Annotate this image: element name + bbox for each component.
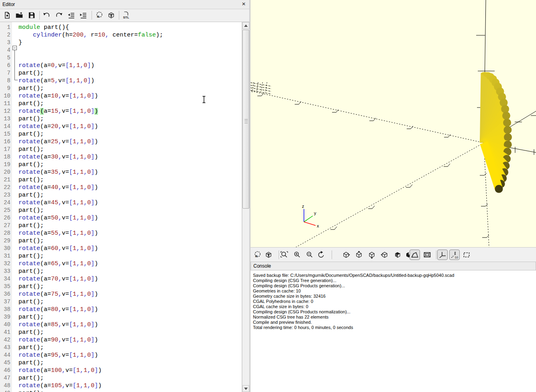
code-line: 9part(); xyxy=(0,85,242,92)
line-number: 49 xyxy=(0,390,12,392)
line-number: 10 xyxy=(0,92,12,100)
new-file-button[interactable] xyxy=(2,10,12,20)
view-bottom-button[interactable] xyxy=(367,250,377,260)
cylinder-cap xyxy=(504,133,512,141)
line-number: 18 xyxy=(0,153,12,161)
scroll-down-button[interactable] xyxy=(243,385,249,392)
zoom-all-button[interactable] xyxy=(279,250,289,260)
zoom-out-button[interactable] xyxy=(304,250,315,260)
line-number: 29 xyxy=(0,237,12,245)
line-number: 34 xyxy=(0,275,12,283)
toolbar-separator xyxy=(279,250,279,259)
code-line: 26rotate(a=50,v=[1,1,0]) xyxy=(0,214,242,222)
code-line: 14rotate(a=20,v=[1,1,0]) xyxy=(0,123,242,130)
code-line: 30rotate(a=60,v=[1,1,0]) xyxy=(0,245,242,252)
preview-button[interactable]: » xyxy=(252,250,263,260)
console-title: Console xyxy=(251,263,271,269)
console-log[interactable]: Saved backup file: C:/Users/mgurnik/Docu… xyxy=(251,270,536,392)
cylinder-cap xyxy=(503,119,511,127)
view-top-icon xyxy=(355,251,363,259)
line-number: 32 xyxy=(0,260,12,268)
perspective-button[interactable] xyxy=(410,250,420,260)
show-edges-button[interactable] xyxy=(461,250,472,260)
line-number: 23 xyxy=(0,191,12,199)
preview-button[interactable]: » xyxy=(94,10,104,20)
line-number: 5 xyxy=(0,54,12,62)
code-line: 6rotate(a=0,v=[1,1,0]) xyxy=(0,62,242,69)
line-number: 6 xyxy=(0,62,12,69)
text-ibeam-cursor xyxy=(202,96,206,103)
show-axes-button[interactable] xyxy=(437,250,448,260)
code-line: 5 xyxy=(0,54,242,62)
console-line: Normalized CSG tree has 22 elements xyxy=(253,315,536,320)
code-line: 4 xyxy=(0,47,242,54)
open-file-button[interactable] xyxy=(14,10,24,20)
line-number: 43 xyxy=(0,344,12,351)
redo-button[interactable] xyxy=(54,10,64,20)
line-number: 46 xyxy=(0,367,12,374)
code-editor[interactable]: 1module part(){2 cylinder(h=200, r=10, c… xyxy=(0,22,242,392)
close-icon[interactable]: ✕ xyxy=(240,1,247,7)
view-front-icon xyxy=(393,251,401,259)
indent-button[interactable] xyxy=(78,10,89,20)
show-scale-markers-button[interactable]: 10 xyxy=(449,250,460,260)
toolbar-separator xyxy=(92,11,92,20)
line-number: 27 xyxy=(0,222,12,230)
code-line: 41part(); xyxy=(0,329,242,336)
editor-toolbar: »STL xyxy=(0,9,249,22)
orthographic-icon xyxy=(423,251,431,259)
redo-icon xyxy=(55,11,63,19)
console-line: CGAL Polyhedrons in cache: 0 xyxy=(253,299,536,304)
line-number: 30 xyxy=(0,245,12,252)
view-left-button[interactable] xyxy=(379,250,390,260)
code-line: 44rotate(a=95,v=[1,1,0]) xyxy=(0,351,242,359)
arrow-down-icon xyxy=(244,388,248,390)
editor-scrollbar[interactable] xyxy=(242,22,250,392)
gnomon-label: x xyxy=(317,223,319,228)
view-top-button[interactable] xyxy=(354,250,364,260)
console-line: CGAL cache size in bytes: 0 xyxy=(253,304,536,309)
zoom-in-button[interactable] xyxy=(292,250,302,260)
scroll-up-button[interactable] xyxy=(243,22,249,29)
code-line: 7part(); xyxy=(0,69,242,77)
viewport-toolbar: »10 xyxy=(251,247,536,262)
code-line: 24rotate(a=45,v=[1,1,0]) xyxy=(0,199,242,207)
orthographic-button[interactable] xyxy=(422,250,432,260)
cylinder-cap xyxy=(495,185,503,193)
reset-view-button[interactable] xyxy=(316,250,326,260)
gnomon-label: y xyxy=(314,211,316,215)
view-right-button[interactable] xyxy=(341,250,351,260)
console-line: Total rendering time: 0 hours, 0 minutes… xyxy=(253,325,536,330)
render-icon xyxy=(107,11,115,19)
line-number: 31 xyxy=(0,252,12,260)
line-number: 8 xyxy=(0,77,12,85)
undo-button[interactable] xyxy=(41,10,52,20)
render-button[interactable] xyxy=(106,10,116,20)
preview-icon: » xyxy=(253,251,261,259)
3d-viewport[interactable]: zyx xyxy=(251,0,536,247)
code-line: 27part(); xyxy=(0,222,242,230)
line-number: 44 xyxy=(0,351,12,359)
scrollbar-thumb[interactable] xyxy=(243,30,249,209)
toolbar-separator xyxy=(332,250,332,259)
view-front-button[interactable] xyxy=(392,250,403,260)
line-number: 35 xyxy=(0,283,12,290)
console-header: Console xyxy=(251,262,536,270)
toolbar-separator xyxy=(39,11,40,20)
line-number: 20 xyxy=(0,169,12,176)
line-number: 36 xyxy=(0,290,12,298)
unindent-button[interactable] xyxy=(66,10,77,20)
save-file-button[interactable] xyxy=(26,10,37,20)
fold-marker[interactable] xyxy=(12,46,18,83)
show-scale-markers-icon: 10 xyxy=(450,251,459,259)
line-number: 42 xyxy=(0,336,12,344)
render-button[interactable] xyxy=(263,250,274,260)
toolbar-separator xyxy=(119,11,119,20)
export-stl-button[interactable]: STL xyxy=(121,10,131,20)
code-line: 13part(); xyxy=(0,115,242,123)
arrow-up-icon xyxy=(244,24,248,27)
line-number: 19 xyxy=(0,161,12,169)
line-number: 4 xyxy=(0,47,12,54)
line-number: 15 xyxy=(0,130,12,138)
svg-text:»: » xyxy=(255,253,258,259)
